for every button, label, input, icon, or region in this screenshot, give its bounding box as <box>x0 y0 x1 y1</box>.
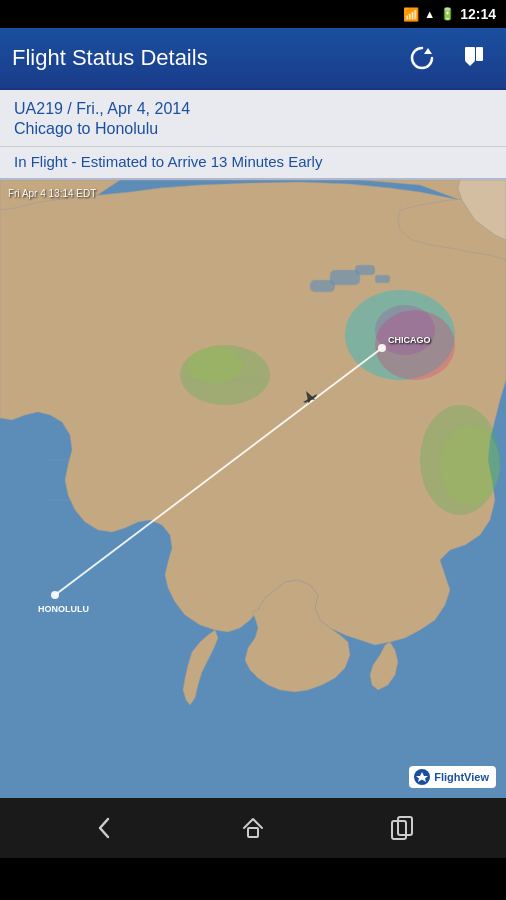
map-svg: CHICAGO HONOLULU <box>0 180 506 798</box>
svg-point-28 <box>187 347 243 383</box>
flight-status-text: In Flight - Estimated to Arrive 13 Minut… <box>14 153 492 170</box>
flightview-badge: FlightView <box>409 766 496 788</box>
svg-point-30 <box>378 344 386 352</box>
app-bar-actions <box>402 38 494 78</box>
flight-info-panel: UA219 / Fri., Apr 4, 2014 Chicago to Hon… <box>0 90 506 147</box>
flight-status-bar: In Flight - Estimated to Arrive 13 Minut… <box>0 147 506 180</box>
svg-marker-3 <box>465 61 475 66</box>
battery-icon: 🔋 <box>440 7 455 21</box>
recents-button[interactable] <box>372 806 432 850</box>
status-time: 12:14 <box>460 6 496 22</box>
svg-rect-1 <box>465 47 475 61</box>
svg-rect-35 <box>248 828 258 837</box>
svg-point-26 <box>440 425 500 505</box>
flight-id-date: UA219 / Fri., Apr 4, 2014 <box>14 100 492 118</box>
flightview-text: FlightView <box>434 771 489 783</box>
svg-rect-2 <box>476 47 483 61</box>
nav-bar <box>0 798 506 858</box>
map-timestamp: Fri Apr 4 13:14 EDT <box>8 188 96 199</box>
home-button[interactable] <box>223 806 283 850</box>
flight-route: Chicago to Honolulu <box>14 120 492 138</box>
svg-text:CHICAGO: CHICAGO <box>388 335 431 345</box>
app-bar: Flight Status Details <box>0 28 506 90</box>
svg-text:HONOLULU: HONOLULU <box>38 604 89 614</box>
svg-point-29 <box>51 591 59 599</box>
flight-map: CHICAGO HONOLULU Fri Apr 4 13:14 EDT Fli… <box>0 180 506 798</box>
svg-rect-8 <box>375 275 390 283</box>
svg-rect-7 <box>355 265 375 275</box>
wifi-icon: 📶 <box>403 7 419 22</box>
status-icons: 📶 ▲ 🔋 12:14 <box>403 6 496 22</box>
status-bar: 📶 ▲ 🔋 12:14 <box>0 0 506 28</box>
svg-rect-6 <box>310 280 335 292</box>
signal-icon: ▲ <box>424 8 435 20</box>
bookmark-button[interactable] <box>454 38 494 78</box>
page-title: Flight Status Details <box>12 45 402 71</box>
back-button[interactable] <box>74 806 134 850</box>
refresh-button[interactable] <box>402 38 442 78</box>
svg-marker-0 <box>424 48 432 54</box>
flightview-icon <box>414 769 430 785</box>
